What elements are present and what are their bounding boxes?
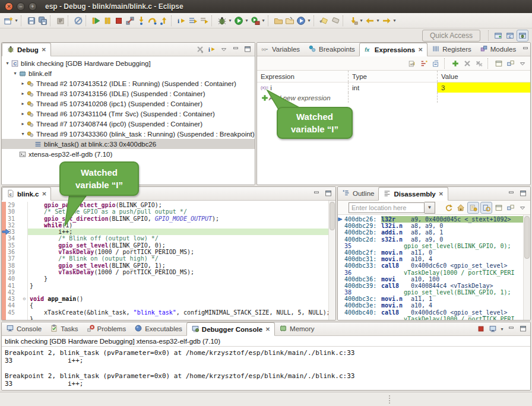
- column-header-expression[interactable]: Expression: [257, 71, 348, 82]
- close-tab-icon[interactable]: ✕: [42, 46, 46, 53]
- editor-line[interactable]: 37 /* Blink on (output high) */: [2, 255, 335, 262]
- disassembly-instruction[interactable]: 400dbc2d:s32i.na8, a9, 0: [338, 236, 530, 243]
- line-number[interactable]: 39: [6, 269, 21, 275]
- editor-line[interactable]: 38 gpio_set_level(BLINK_GPIO, 1);: [2, 262, 335, 269]
- dropdown-chevron-icon[interactable]: ▾: [14, 18, 19, 23]
- collapsed-arrow-icon[interactable]: ▸: [20, 121, 26, 126]
- external-tools-icon[interactable]: [249, 15, 261, 26]
- remove-expression-icon[interactable]: [462, 58, 473, 69]
- disassembly-instruction[interactable]: 400dbc2b:addi.na8, a8, 1: [338, 229, 530, 236]
- line-number[interactable]: 29: [6, 202, 21, 208]
- mark-occurrences-icon[interactable]: [330, 15, 341, 26]
- show-logical-structure-icon[interactable]: [419, 58, 429, 69]
- disassembly-source-line[interactable]: 36vTaskDelay(1000 / portTICK_PERI: [338, 269, 530, 276]
- tab-debug[interactable]: Debug✕: [2, 43, 51, 56]
- debug-perspective-icon[interactable]: [517, 30, 528, 42]
- line-number[interactable]: 38: [6, 262, 21, 269]
- editor-line[interactable]: 30 /* Set the GPIO as a push/pull output…: [2, 208, 335, 215]
- tab-outline[interactable]: Outline: [338, 187, 378, 200]
- minimize-icon[interactable]: [506, 188, 517, 199]
- dropdown-chevron-icon[interactable]: ▾: [227, 18, 233, 23]
- disassembly-instruction[interactable]: 400dbc2f:movi.na11, 0: [338, 249, 530, 256]
- tab-variables[interactable]: (x)=Variables: [257, 43, 304, 56]
- line-number[interactable]: 44: [6, 302, 21, 309]
- build-icon[interactable]: [55, 15, 66, 26]
- editor-line[interactable]: }: [2, 316, 335, 320]
- fold-marker[interactable]: ⊖: [21, 296, 27, 302]
- tab-tasks[interactable]: Tasks: [46, 322, 82, 335]
- disassembly-instruction[interactable]: 400dbc36:movia10, 100: [338, 276, 530, 283]
- suspend-icon[interactable]: [102, 15, 113, 26]
- editor-line[interactable]: 35 gpio_set_level(BLINK_GPIO, 0);: [2, 242, 335, 249]
- debug-tree-item[interactable]: ▸Thread #3 1073413156 (IDLE) (Suspended …: [2, 88, 255, 99]
- save-icon[interactable]: [26, 15, 37, 26]
- terminate-icon[interactable]: [113, 15, 124, 26]
- close-tab-icon[interactable]: ✕: [42, 191, 46, 197]
- disassembly-source-line[interactable]: 38gpio_set_level(BLINK_GPIO, 1);: [338, 289, 530, 296]
- disassembly-instruction[interactable]: 400dbc29:l32i.na8, a9, 0: [338, 223, 530, 229]
- window-maximize-button[interactable]: +: [28, 2, 37, 11]
- disassembly-instruction[interactable]: 400dbc31:movi.na10, 4: [338, 256, 530, 262]
- line-number[interactable]: 42: [6, 289, 21, 296]
- tab-debugger-console[interactable]: Debugger Console✕: [186, 322, 275, 336]
- editor-line[interactable]: 45 xTaskCreate(&blink_task, "blink_task"…: [2, 309, 335, 316]
- view-menu-icon[interactable]: [218, 44, 229, 55]
- tab-problems[interactable]: Problems: [83, 322, 131, 335]
- back-icon[interactable]: [364, 15, 375, 26]
- line-number[interactable]: 30: [6, 208, 21, 215]
- console-output[interactable]: Breakpoint 2, blink_task (pvParameter=0x…: [2, 347, 530, 390]
- line-number[interactable]: 35: [6, 242, 21, 249]
- link-view-icon[interactable]: [505, 58, 516, 69]
- dropdown-chevron-icon[interactable]: ▾: [306, 18, 312, 23]
- view-menu-icon[interactable]: [517, 58, 528, 69]
- minimize-icon[interactable]: [311, 188, 322, 199]
- run-icon[interactable]: [233, 15, 244, 26]
- debug-tree-item[interactable]: ▸Thread #5 1073410208 (ipc1) (Suspended …: [2, 99, 255, 109]
- display-selected-icon[interactable]: [487, 323, 498, 334]
- editor-line[interactable]: 42: [2, 289, 335, 296]
- debug-tree-item[interactable]: ▾Cblink checking [GDB Hardware Debugging…: [2, 58, 255, 68]
- close-tab-icon[interactable]: ✕: [439, 191, 444, 197]
- window-close-button[interactable]: ✕: [5, 2, 13, 11]
- show-source-toggle-icon[interactable]: [467, 202, 479, 214]
- debug-tree-item[interactable]: ▸Thread #7 1073408744 (ipc0) (Suspended …: [2, 119, 255, 129]
- dropdown-chevron-icon[interactable]: ▾: [375, 18, 381, 23]
- expanded-arrow-icon[interactable]: ▾: [12, 71, 18, 76]
- disassembly-instruction[interactable]: 400dbc39:call80x400844c4 <vTaskDelay>: [338, 283, 530, 289]
- cpp-perspective-icon[interactable]: C: [505, 30, 515, 41]
- editor-line[interactable]: 43⊖void app_main(): [2, 296, 335, 302]
- open-resource-icon[interactable]: [284, 15, 295, 26]
- track-expression-toggle-icon[interactable]: [480, 202, 492, 214]
- debug-tree-item[interactable]: xtensa-esp32-elf-gdb (7.10): [2, 149, 255, 159]
- step-over-icon[interactable]: [147, 15, 158, 26]
- step-filters-icon[interactable]: [198, 15, 210, 26]
- column-header-value[interactable]: Value: [437, 71, 530, 82]
- link-view-icon[interactable]: [505, 202, 516, 213]
- editor-line[interactable]: 34 /* Blink off (output low) */: [2, 235, 335, 242]
- collapsed-arrow-icon[interactable]: ▸: [20, 81, 26, 86]
- collapse-all-icon[interactable]: [430, 58, 441, 69]
- column-header-type[interactable]: Type: [348, 71, 437, 82]
- debug-tree-item[interactable]: blink_task() at blink.c:33 0x400dbc26: [2, 139, 255, 149]
- line-number[interactable]: [6, 316, 21, 320]
- open-type-icon[interactable]: [273, 15, 284, 26]
- tab-memory[interactable]: Memory: [275, 322, 319, 335]
- tab-registers[interactable]: Registers: [428, 43, 476, 56]
- search-icon[interactable]: [318, 15, 330, 26]
- instruction-step-icon[interactable]: i: [207, 44, 217, 55]
- disassembly-source-line[interactable]: 35gpio_set_level(BLINK_GPIO, 0);: [338, 243, 530, 249]
- disassembly-instruction[interactable]: 400dbc3e:movi.na10, 4: [338, 302, 530, 309]
- minimize-icon[interactable]: [230, 44, 241, 55]
- editor-line[interactable]: 31 gpio_set_direction(BLINK_GPIO, GPIO_M…: [2, 215, 335, 222]
- line-number[interactable]: 45: [6, 309, 21, 316]
- step-return-icon[interactable]: [158, 15, 169, 26]
- tab-disassembly[interactable]: Disassembly✕: [378, 187, 448, 201]
- dropdown-chevron-icon[interactable]: ▾: [244, 18, 249, 23]
- terminate-icon[interactable]: [476, 323, 486, 334]
- debug-tree-item[interactable]: ▸Thread #6 1073431104 (Tmr Svc) (Suspend…: [2, 109, 255, 119]
- forward-icon[interactable]: [381, 15, 392, 26]
- open-perspective-icon[interactable]: [493, 30, 504, 41]
- add-expression-icon[interactable]: [450, 58, 461, 69]
- quick-access-button[interactable]: Quick Access: [422, 30, 480, 42]
- tab-blink-c[interactable]: cblink.c✕: [2, 187, 51, 201]
